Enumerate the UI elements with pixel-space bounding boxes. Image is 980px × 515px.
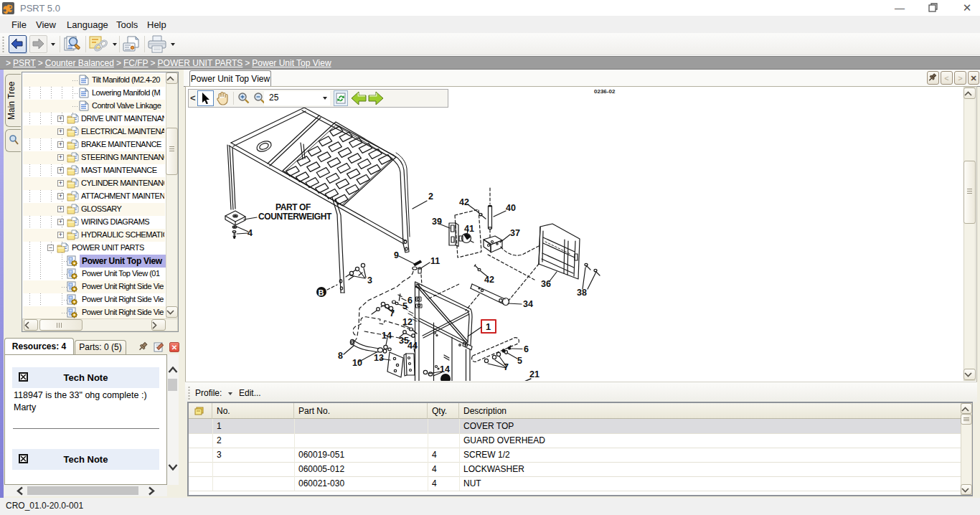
svg-text:3: 3 bbox=[367, 275, 372, 285]
svg-text:PART OF: PART OF bbox=[275, 202, 311, 212]
svg-text:7: 7 bbox=[390, 308, 395, 318]
svg-text:38: 38 bbox=[577, 288, 587, 298]
svg-text:11: 11 bbox=[430, 256, 440, 266]
svg-text:12: 12 bbox=[402, 317, 413, 327]
svg-text:10: 10 bbox=[352, 358, 362, 368]
svg-text:34: 34 bbox=[523, 299, 533, 309]
svg-text:37: 37 bbox=[510, 228, 520, 238]
svg-text:5: 5 bbox=[402, 301, 407, 311]
svg-text:13: 13 bbox=[374, 353, 384, 363]
svg-text:7: 7 bbox=[504, 362, 509, 372]
svg-text:42: 42 bbox=[484, 275, 494, 285]
svg-text:42: 42 bbox=[459, 197, 469, 207]
svg-text:2: 2 bbox=[428, 192, 433, 202]
svg-text:40: 40 bbox=[506, 203, 516, 213]
svg-text:14: 14 bbox=[382, 331, 392, 341]
svg-text:8: 8 bbox=[338, 351, 343, 361]
svg-text:6: 6 bbox=[524, 344, 529, 354]
svg-text:21: 21 bbox=[529, 369, 540, 379]
svg-text:1: 1 bbox=[486, 321, 491, 332]
svg-text:39: 39 bbox=[432, 217, 442, 227]
svg-text:41: 41 bbox=[464, 224, 474, 234]
svg-text:COUNTERWEIGHT: COUNTERWEIGHT bbox=[258, 212, 332, 222]
svg-text:6: 6 bbox=[407, 296, 413, 306]
svg-text:B: B bbox=[318, 288, 324, 297]
svg-text:5: 5 bbox=[517, 356, 522, 366]
svg-text:14: 14 bbox=[440, 364, 450, 374]
svg-text:44: 44 bbox=[407, 341, 418, 351]
svg-text:9: 9 bbox=[394, 250, 399, 260]
svg-text:36: 36 bbox=[541, 279, 551, 289]
